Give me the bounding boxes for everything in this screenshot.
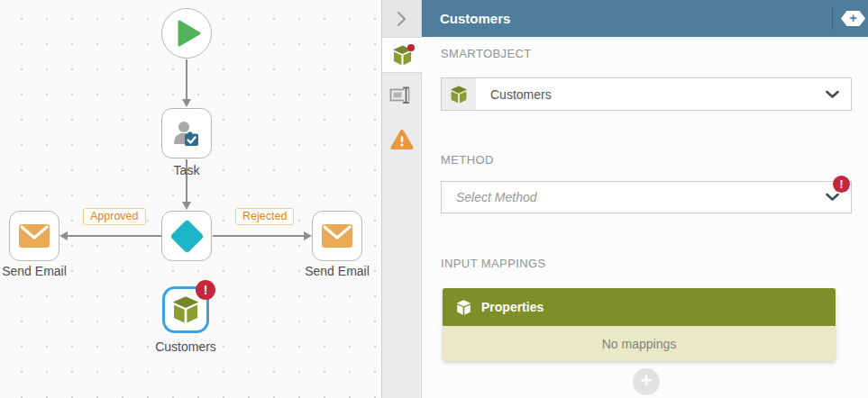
smartobject-section-label: SMARTOBJECT: [441, 47, 852, 60]
smartobject-cube-white-icon: [455, 299, 472, 316]
input-mappings-table: Properties No mappings: [443, 288, 836, 361]
header-divider: [832, 7, 833, 30]
email-icon: [321, 223, 353, 249]
panel-content: SMARTOBJECT Customers METHOD: [422, 37, 868, 398]
properties-panel: Customers + SMARTOBJECT Customers: [382, 0, 868, 398]
send-email-left-label: Send Email: [0, 264, 70, 278]
smartobject-selected-value: Customers: [476, 87, 552, 102]
task-node[interactable]: [161, 108, 212, 158]
warning-triangle-icon: [390, 129, 414, 150]
collapse-panel-button[interactable]: [382, 0, 421, 37]
chevron-down-icon: [826, 194, 839, 202]
customers-node-label: Customers: [150, 339, 222, 354]
arrowhead-right-icon: [304, 231, 312, 240]
arrowhead-left-icon: [59, 231, 68, 240]
decision-diamond-icon: [169, 219, 204, 253]
send-email-node-left[interactable]: [9, 211, 59, 261]
panel-icon-rail: [382, 0, 422, 398]
dropdown-icon-cell: [442, 78, 476, 110]
chevron-down-icon: [826, 90, 839, 98]
arrowhead-down-icon: [182, 99, 191, 107]
send-email-node-right[interactable]: [312, 211, 362, 261]
start-node[interactable]: [161, 8, 212, 59]
mappings-table-header: Properties: [443, 288, 836, 326]
method-dropdown[interactable]: Select Method !: [441, 181, 852, 213]
chevron-right-icon: [397, 11, 407, 27]
edge-label-rejected[interactable]: Rejected: [235, 208, 294, 225]
workflow-designer: Approved Rejected Task: [0, 0, 868, 398]
task-node-label: Task: [161, 163, 212, 177]
text-field-icon: [389, 86, 414, 105]
customers-node-selected[interactable]: !: [162, 286, 209, 333]
error-badge: !: [833, 176, 850, 193]
add-item-button[interactable]: +: [841, 11, 865, 26]
decision-node[interactable]: [161, 211, 212, 261]
arrowhead-down-icon: [182, 202, 191, 210]
panel-header: Customers +: [422, 0, 868, 37]
user-task-icon: [170, 117, 203, 149]
edge-start-task: [186, 59, 187, 100]
method-section-label: METHOD: [441, 153, 852, 167]
error-badge: !: [196, 280, 215, 300]
panel-title: Customers: [422, 11, 510, 26]
edge-decision-rejected: [213, 235, 305, 237]
smartobject-dropdown[interactable]: Customers: [441, 77, 852, 111]
smartobject-cube-icon: [170, 294, 201, 325]
tab-text-field[interactable]: [382, 77, 421, 113]
play-icon: [178, 20, 201, 47]
tab-smartobject[interactable]: [382, 37, 422, 73]
tab-warnings[interactable]: [382, 121, 421, 158]
method-placeholder: Select Method: [442, 190, 537, 204]
panel-main: Customers + SMARTOBJECT Customers: [422, 0, 868, 398]
mappings-header-label: Properties: [481, 300, 544, 314]
workflow-canvas[interactable]: Approved Rejected Task: [0, 0, 382, 398]
edge-decision-approved: [67, 235, 161, 237]
no-mappings-row: No mappings: [443, 326, 836, 361]
smartobject-cube-icon: [449, 85, 469, 104]
notification-dot: [407, 44, 415, 51]
email-icon: [18, 223, 50, 249]
input-mappings-section-label: INPUT MAPPINGS: [441, 257, 852, 270]
add-mapping-button[interactable]: +: [633, 368, 660, 395]
edge-label-approved[interactable]: Approved: [83, 208, 146, 225]
send-email-right-label: Send Email: [301, 264, 373, 278]
